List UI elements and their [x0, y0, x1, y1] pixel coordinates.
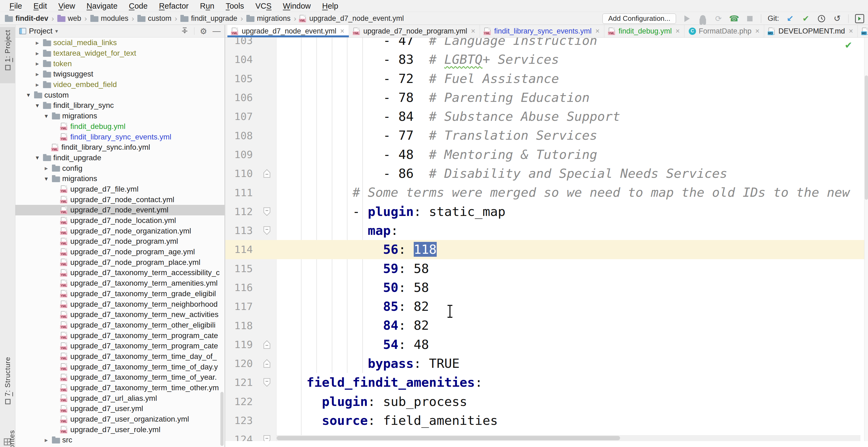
tree-row[interactable]: YMLupgrade_d7_node_program_age.yml — [16, 247, 224, 257]
tree-row[interactable]: ▸social_media_links — [16, 38, 224, 48]
menu-item-navigate[interactable]: Navigate — [81, 2, 123, 10]
tree-row[interactable]: ▸config — [16, 163, 224, 173]
tree-row[interactable]: YMLupgrade_d7_node_organization.yml — [16, 226, 224, 236]
tree-row[interactable]: ▸token — [16, 58, 224, 69]
tree-row[interactable]: ▾custom — [16, 90, 224, 100]
chevron-collapsed-icon[interactable]: ▸ — [43, 165, 50, 172]
chevron-expanded-icon[interactable]: ▾ — [34, 102, 41, 109]
add-configuration-button[interactable]: Add Configuration... — [602, 13, 676, 24]
code-editor[interactable]: 103 - 47 # Language Instruction104 - 83 … — [225, 38, 864, 441]
tree-row[interactable]: ▾migrations — [16, 111, 224, 121]
chevron-expanded-icon[interactable]: ▾ — [25, 91, 32, 99]
tree-row[interactable]: YMLupgrade_d7_taxonomy_term_neighborhood — [16, 299, 224, 310]
breadcrumb-item[interactable]: findit_upgrade — [180, 14, 237, 23]
tree-row[interactable]: YMLupgrade_d7_taxonomy_term_time_other.y… — [16, 383, 224, 393]
editor-tab[interactable]: YMLfindit_library_sync_events.yml× — [480, 25, 604, 37]
editor-tab-active[interactable]: YMLupgrade_d7_node_event.yml× — [227, 25, 349, 37]
menu-item-tools[interactable]: Tools — [220, 2, 250, 10]
chevron-collapsed-icon[interactable]: ▸ — [34, 50, 41, 57]
fold-marker-end[interactable] — [257, 340, 277, 349]
close-icon[interactable]: × — [849, 27, 853, 35]
chevron-collapsed-icon[interactable]: ▸ — [34, 60, 41, 67]
fold-marker-start[interactable] — [257, 226, 277, 235]
git-commit-icon[interactable]: ✔ — [801, 14, 810, 23]
chevron-expanded-icon[interactable]: ▾ — [43, 175, 50, 183]
tree-row[interactable]: ▾findit_upgrade — [16, 153, 224, 163]
tree-row[interactable]: YMLupgrade_d7_taxonomy_term_amenities.ym… — [16, 278, 224, 289]
tree-row[interactable]: YMLupgrade_d7_user_role.yml — [16, 424, 224, 435]
tree-row[interactable]: YMLfindit_debug.yml — [16, 121, 224, 132]
tree-row[interactable]: YMLupgrade_d7_file.yml — [16, 184, 224, 195]
tree-row[interactable]: YMLupgrade_d7_node_program.yml — [16, 236, 224, 247]
fold-marker-end[interactable] — [257, 359, 277, 368]
tree-row[interactable]: YMLupgrade_d7_url_alias.yml — [16, 393, 224, 404]
menu-item-view[interactable]: View — [53, 2, 81, 10]
tree-row[interactable]: YMLupgrade_d7_taxonomy_term_program_cate — [16, 341, 224, 351]
vertical-scrollbar[interactable] — [864, 38, 868, 441]
tree-row-selected[interactable]: YMLupgrade_d7_node_event.yml — [16, 205, 224, 215]
tree-row[interactable]: YMLupgrade_d7_node_program_place.yml — [16, 257, 224, 267]
gear-icon[interactable]: ⚙ — [200, 27, 207, 36]
close-icon[interactable]: × — [676, 27, 680, 35]
stripe-button-project[interactable]: 1: Project — [0, 27, 16, 83]
run-icon[interactable] — [682, 14, 692, 23]
fold-marker-end[interactable] — [257, 169, 277, 178]
inspection-ok-icon[interactable]: ✔ — [845, 40, 852, 51]
tree-row[interactable]: YMLupgrade_d7_taxonomy_term_accessibilit… — [16, 267, 224, 278]
tree-row[interactable]: ▸src — [16, 435, 224, 445]
close-icon[interactable]: × — [595, 27, 600, 35]
menu-item-help[interactable]: Help — [316, 2, 344, 10]
tree-row[interactable]: YMLupgrade_d7_taxonomy_term_new_activiti… — [16, 310, 224, 320]
editor-tab[interactable]: MDDEVELOPMENT.md× — [764, 25, 858, 37]
menu-item-edit[interactable]: Edit — [28, 2, 53, 10]
fold-marker-start[interactable] — [257, 207, 277, 216]
terminal-run-icon[interactable] — [855, 14, 864, 23]
hide-panel-icon[interactable]: — — [213, 27, 221, 36]
chevron-collapsed-icon[interactable]: ▸ — [34, 39, 41, 46]
tree-row[interactable]: YMLupgrade_d7_user_organization.yml — [16, 414, 224, 424]
editor-tab[interactable]: CFormatDate.php× — [684, 25, 764, 37]
close-icon[interactable]: × — [471, 27, 475, 35]
tree-row[interactable]: YMLupgrade_d7_user.yml — [16, 404, 224, 414]
tree-row[interactable]: ▸textarea_widget_for_text — [16, 48, 224, 59]
tree-row[interactable]: YMLupgrade_d7_node_location.yml — [16, 215, 224, 226]
collapse-all-icon[interactable] — [181, 27, 189, 35]
menu-item-file[interactable]: File — [4, 2, 28, 10]
close-icon[interactable]: × — [755, 27, 760, 35]
close-icon[interactable]: × — [340, 27, 344, 35]
menu-item-window[interactable]: Window — [277, 2, 316, 10]
project-tree-scrollbar[interactable] — [220, 392, 224, 446]
breadcrumb-item[interactable]: custom — [137, 14, 172, 23]
project-panel-title[interactable]: Project — [29, 27, 53, 35]
chevron-expanded-icon[interactable]: ▾ — [43, 113, 50, 120]
editor-tab[interactable]: YMLfindit_debug.yml× — [604, 25, 684, 37]
editor-tab[interactable]: MD: — [858, 25, 868, 37]
php-debug-listen-icon[interactable]: ☎ — [730, 14, 739, 23]
chevron-expanded-icon[interactable]: ▾ — [34, 154, 41, 161]
tree-row[interactable]: YMLfindit_library_sync_events.yml — [16, 132, 224, 142]
tree-row[interactable]: YMLupgrade_d7_taxonomy_term_program_cate — [16, 330, 224, 341]
tree-row[interactable]: ▾migrations — [16, 173, 224, 184]
tree-row[interactable]: ▸video_embed_field — [16, 79, 224, 90]
tree-row[interactable]: YMLupgrade_d7_taxonomy_term_time_day_of_ — [16, 351, 224, 362]
breadcrumb-item[interactable]: modules — [90, 14, 128, 23]
tree-row[interactable]: ▾findit_library_sync — [16, 100, 224, 111]
git-update-icon[interactable]: ↙ — [785, 14, 795, 23]
chevron-collapsed-icon[interactable]: ▸ — [43, 437, 50, 444]
fold-marker-start[interactable] — [257, 378, 277, 387]
tree-row[interactable]: YMLupgrade_d7_node_contact.yml — [16, 194, 224, 205]
tree-row[interactable]: YMLupgrade_d7_taxonomy_term_grade_eligib… — [16, 289, 224, 299]
tree-row[interactable]: YMLupgrade_d7_taxonomy_term_time_of_year… — [16, 372, 224, 383]
breadcrumb-item[interactable]: web — [57, 14, 82, 23]
horizontal-scrollbar[interactable] — [277, 435, 861, 441]
rerun-coverage-icon[interactable]: ⟳ — [714, 14, 723, 23]
breadcrumb-item[interactable]: YMLupgrade_d7_node_event.yml — [300, 14, 404, 23]
stripe-button-structure[interactable]: 7: Structure — [0, 354, 16, 416]
fold-marker-start[interactable] — [257, 435, 277, 441]
tree-row[interactable]: YMLupgrade_d7_taxonomy_term_time_of_day.… — [16, 361, 224, 372]
menu-item-run[interactable]: Run — [194, 2, 220, 10]
tree-row[interactable]: YML — [16, 445, 224, 447]
stop-icon[interactable] — [745, 14, 754, 23]
vertical-scrollbar-thumb[interactable] — [865, 75, 868, 200]
git-rollback-icon[interactable]: ↺ — [833, 14, 842, 23]
